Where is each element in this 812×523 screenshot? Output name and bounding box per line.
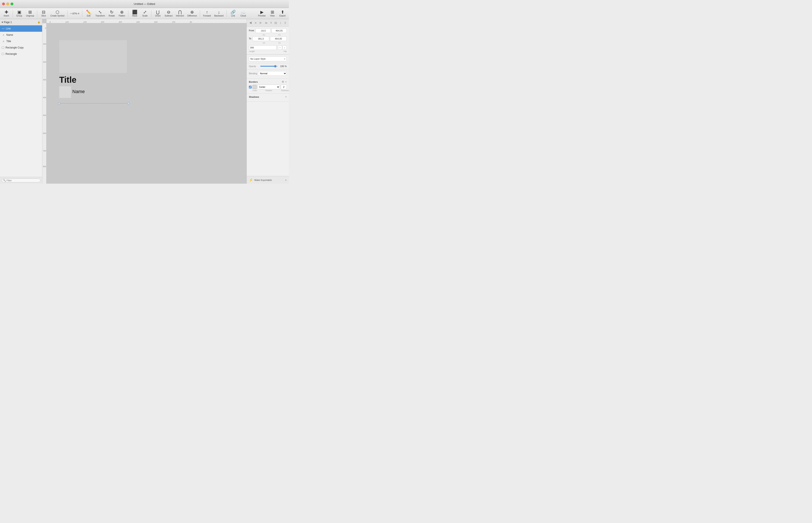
difference-button[interactable]: ⊕ Difference [186,9,198,18]
ruler-ltick-800: 800 [43,165,46,167]
maximize-button[interactable] [11,2,13,5]
filter-input[interactable] [2,179,40,182]
link-button[interactable]: 🔗 Link [228,9,238,18]
selection-handle-left[interactable] [58,103,60,104]
canvas-name-rect[interactable] [59,86,71,98]
ruler-top: 0 100 200 300 400 500 600 700 80 [46,19,247,23]
flip-vertical-icon[interactable]: ↕ [283,46,287,50]
shadows-add-icon[interactable]: + [285,95,287,98]
backward-button[interactable]: ↓ Backward [213,9,225,18]
layer-item-name[interactable]: A Name [0,32,42,38]
canvas-area[interactable]: 0 100 200 300 400 500 600 700 80 0 100 2… [42,19,247,184]
flip-horizontal-icon[interactable]: ↔ [278,46,282,50]
borders-header: Borders ⚙ + [249,80,287,83]
layer-item-line[interactable]: — Line [0,25,42,32]
insp-tab-align-center-h[interactable]: ≡ [254,20,257,25]
zoom-minus-button[interactable]: − [70,12,72,15]
mask-icon: ⬛ [132,10,137,14]
thickness-sublabel: Thickness [281,90,287,92]
page-selector[interactable]: ▾ Page 1 🔒 [0,19,42,25]
zoom-level[interactable]: 87% [73,12,77,15]
layer-style-arrow: ▾ [284,58,285,60]
opacity-slider[interactable] [260,66,278,67]
insp-tab-align-middle-v[interactable]: ⊟ [273,20,278,25]
y1-value[interactable]: 464,05 [271,28,287,33]
forward-button[interactable]: ↑ Forward [202,9,212,18]
union-button[interactable]: ⋃ Union [153,9,163,18]
slice-button[interactable]: ⊟ Slice [39,9,48,18]
layer-item-rectangle-copy[interactable]: Rectangle Copy [0,44,42,51]
zoom-plus-button[interactable]: + [78,12,79,15]
insp-tab-dist-h[interactable]: ⇹ [264,20,268,25]
borders-section: Borders ⚙ + Center Color Position Thickn… [247,78,289,93]
blending-section: Blending Normal [247,69,289,78]
insert-button[interactable]: ✚ Insert [2,9,11,18]
canvas-name-text[interactable]: Name [72,89,85,94]
border-thickness-input[interactable] [281,85,287,89]
insp-tab-dist-v[interactable]: ⇳ [283,20,287,25]
transform-button[interactable]: ⤡ Transform [94,9,106,18]
export-button[interactable]: ⬆ Export [278,9,287,18]
subtract-button[interactable]: ⊖ Subtract [163,9,174,18]
mask-button[interactable]: ⬛ Mask [130,9,139,18]
canvas-rectangle[interactable] [59,40,127,73]
insp-tab-align-top[interactable]: ⫵ [270,20,272,25]
ruler-tick-200: 200 [83,21,87,23]
x2-value[interactable]: 381,5 [252,36,269,41]
flatten-icon: ⊕ [120,10,124,14]
export-add-button[interactable]: + [285,178,287,182]
insp-tab-align-bottom[interactable]: ⫶ [279,20,282,25]
page-selector-label: ▾ [2,21,3,24]
ungroup-button[interactable]: ⊞ Ungroup [25,9,35,18]
rotate-button[interactable]: ↻ Rotate [107,9,116,18]
to-sublabels: X2 Y2 [249,42,287,44]
search-icon: 🔍 [3,179,6,182]
subtract-icon: ⊖ [167,10,170,14]
edit-icon: ✏️ [86,10,91,14]
close-button[interactable] [2,2,5,5]
border-checkbox[interactable] [249,86,252,88]
length-value[interactable]: 398 [249,45,277,50]
preview-button[interactable]: ▶ Preview [257,9,267,18]
create-symbol-button[interactable]: ⬡ Create Symbol [49,9,65,18]
borders-settings-icon[interactable]: ⚙ [282,80,284,83]
minimize-button[interactable] [6,2,9,5]
layer-style-label: No Layer Style [250,57,266,60]
view-button[interactable]: ⊞ View [268,9,277,18]
insp-tab-align-right[interactable]: ⫸ [259,20,263,25]
flip-sublabel: Flip [284,50,287,52]
link-icon: 🔗 [230,10,236,14]
search-input-wrap: 🔍 [2,179,40,182]
edit-button[interactable]: ✏️ Edit [84,9,93,18]
group-button[interactable]: ▣ Group [15,9,24,18]
page-lock-icon[interactable]: 🔒 [37,21,40,23]
cloud-button[interactable]: ☁️ Cloud [239,9,248,18]
layer-style-dropdown[interactable]: No Layer Style ▾ [249,56,287,61]
canvas-title-text[interactable]: Title [59,75,77,85]
border-color-swatch[interactable] [252,85,257,89]
blending-select[interactable]: Normal [258,71,287,76]
layer-label-rectangle-copy: Rectangle Copy [5,46,23,49]
borders-add-icon[interactable]: + [285,80,287,83]
layer-rect-icon-copy [2,47,4,49]
ruler-ltick-100: 100 [43,43,46,45]
layer-text-icon-name: A [2,34,5,36]
layers-panel: ▾ Page 1 🔒 — Line A Name A Title R [0,19,42,184]
canvas-line[interactable] [59,103,128,104]
selection-handle-right[interactable] [128,103,129,104]
toolbar-separator-8 [226,10,227,17]
x1-value[interactable]: -16,5 [256,28,271,33]
border-position-select[interactable]: Center [258,85,280,89]
y2-value[interactable]: 464,05 [270,36,287,41]
insp-tab-align-left[interactable]: ⫷ [248,20,253,25]
page-name: Page 1 [4,21,12,24]
ruler-ltick-700: 700 [43,150,46,152]
scale-button[interactable]: ⤢ Scale [140,9,150,18]
flatten-button[interactable]: ⊕ Flatten [117,9,127,18]
intersect-button[interactable]: ⋂ Intersect [175,9,185,18]
layer-item-title[interactable]: A Title [0,38,42,44]
canvas-content[interactable]: Title Name [46,23,247,184]
ruler-top-content: 0 100 200 300 400 500 600 700 80 [46,19,247,23]
transform-icon: ⤡ [98,10,102,14]
layer-item-rectangle[interactable]: Rectangle [0,51,42,57]
